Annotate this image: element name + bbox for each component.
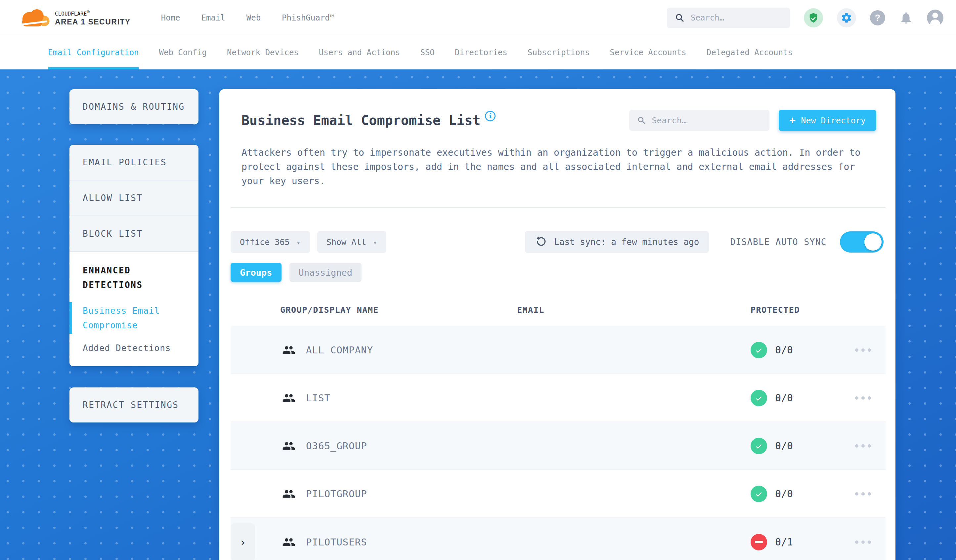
- groups-tab[interactable]: Groups: [231, 263, 281, 282]
- protected-check-badge: [751, 342, 767, 358]
- column-header-protected: PROTECTED: [751, 305, 851, 315]
- security-status-button[interactable]: [804, 8, 823, 27]
- section-divider: [231, 207, 885, 208]
- protected-check-badge: [751, 390, 767, 406]
- page-title: Business Email Compromise List: [242, 113, 480, 128]
- tab-service-accounts[interactable]: Service Accounts: [610, 36, 686, 69]
- tab-delegated-accounts[interactable]: Delegated Accounts: [707, 36, 792, 69]
- row-menu-button[interactable]: [852, 440, 874, 452]
- row-menu-button[interactable]: [852, 344, 874, 356]
- unassigned-tab[interactable]: Unassigned: [289, 263, 362, 282]
- top-nav-phishguard[interactable]: PhishGuard™: [282, 13, 335, 22]
- groups-table: GROUP/DISPLAY NAME EMAIL PROTECTED ALL C…: [231, 294, 885, 560]
- top-nav-web[interactable]: Web: [247, 13, 261, 22]
- top-nav-home[interactable]: Home: [161, 13, 180, 22]
- protected-check-badge: [751, 486, 767, 502]
- table-row: PILOTUSERS 0/1: [231, 518, 885, 560]
- protected-check-badge: [751, 438, 767, 454]
- content-area: DOMAINS & ROUTING EMAIL POLICIES ALLOW L…: [0, 69, 956, 560]
- chevron-down-icon: [373, 237, 377, 247]
- plus-icon: +: [789, 115, 796, 125]
- help-button[interactable]: [870, 10, 885, 25]
- settings-sidebar: DOMAINS & ROUTING EMAIL POLICIES ALLOW L…: [69, 89, 198, 560]
- sidebar-item-added-detections[interactable]: Added Detections: [83, 343, 185, 353]
- row-menu-button[interactable]: [852, 488, 874, 500]
- group-people-icon: [282, 535, 296, 549]
- global-search-input[interactable]: [691, 13, 782, 22]
- directory-search-input[interactable]: [652, 116, 762, 125]
- registered-mark: ®: [86, 9, 89, 14]
- protected-count: 0/0: [775, 488, 793, 499]
- brand-name: CLOUDFLARE®: [55, 9, 131, 17]
- brand-subtitle: AREA 1 SECURITY: [55, 18, 131, 26]
- app-window: CLOUDFLARE® AREA 1 SECURITY Home Email W…: [0, 0, 956, 560]
- tab-subscriptions[interactable]: Subscriptions: [528, 36, 590, 69]
- group-people-icon: [282, 439, 296, 453]
- tab-sso[interactable]: SSO: [420, 36, 434, 69]
- column-header-email: EMAIL: [517, 305, 751, 315]
- shield-check-icon: [808, 12, 819, 24]
- info-icon[interactable]: [485, 111, 495, 121]
- help-icon: [870, 10, 885, 25]
- group-people-icon: [282, 391, 296, 405]
- sidebar-item-retract-settings[interactable]: RETRACT SETTINGS: [69, 387, 198, 422]
- table-header-row: GROUP/DISPLAY NAME EMAIL PROTECTED: [231, 294, 885, 326]
- table-row: LIST 0/0: [231, 373, 885, 422]
- new-directory-button[interactable]: + New Directory: [779, 110, 876, 131]
- sidebar-item-enhanced-detections[interactable]: ENHANCED DETECTIONS: [83, 263, 185, 292]
- protected-count: 0/0: [775, 344, 793, 356]
- directory-type-select[interactable]: Office 365: [231, 231, 310, 253]
- sidebar-item-business-email-compromise[interactable]: Business Email Compromise: [83, 303, 185, 333]
- expand-row-button[interactable]: [231, 523, 255, 560]
- notifications-button[interactable]: [899, 11, 913, 25]
- search-icon: [637, 115, 646, 125]
- sidebar-item-email-policies[interactable]: EMAIL POLICIES: [69, 145, 198, 180]
- directory-search[interactable]: [629, 110, 769, 131]
- page-description: Attackers often try to impersonate execu…: [242, 146, 865, 188]
- protected-count: 0/0: [775, 440, 793, 452]
- group-name: ALL COMPANY: [306, 345, 373, 356]
- table-row: ALL COMPANY 0/0: [231, 326, 885, 373]
- auto-sync-toggle[interactable]: [840, 231, 884, 253]
- global-search[interactable]: [667, 8, 790, 28]
- sync-refresh-icon: [535, 236, 547, 248]
- table-row: PILOTGROUP 0/0: [231, 469, 885, 518]
- show-filter-select[interactable]: Show All: [317, 231, 387, 253]
- tab-email-configuration[interactable]: Email Configuration: [48, 36, 139, 69]
- protected-count: 0/1: [775, 536, 793, 548]
- group-people-icon: [282, 487, 296, 500]
- group-name: PILOTGROUP: [306, 488, 367, 499]
- table-row: O365_GROUP 0/0: [231, 422, 885, 469]
- row-menu-button[interactable]: [852, 392, 874, 404]
- protected-blocked-badge: [751, 534, 767, 551]
- config-subnav: Email Configuration Web Config Network D…: [0, 36, 956, 69]
- top-header: CLOUDFLARE® AREA 1 SECURITY Home Email W…: [0, 0, 956, 36]
- tab-directories[interactable]: Directories: [455, 36, 508, 69]
- column-header-name: GROUP/DISPLAY NAME: [280, 305, 517, 315]
- protected-count: 0/0: [775, 392, 793, 404]
- group-name: LIST: [306, 392, 330, 404]
- disable-auto-sync-label: DISABLE AUTO SYNC: [730, 237, 827, 247]
- tab-web-config[interactable]: Web Config: [159, 36, 207, 69]
- row-menu-button[interactable]: [852, 536, 874, 548]
- tab-users-and-actions[interactable]: Users and Actions: [319, 36, 400, 69]
- account-button[interactable]: [927, 9, 943, 26]
- last-sync-button[interactable]: Last sync: a few minutes ago: [525, 231, 709, 253]
- sidebar-item-domains-routing[interactable]: DOMAINS & ROUTING: [69, 89, 198, 124]
- group-name: PILOTUSERS: [306, 536, 367, 548]
- sidebar-item-allow-list[interactable]: ALLOW LIST: [69, 180, 198, 216]
- top-nav: Home Email Web PhishGuard™: [161, 13, 335, 22]
- settings-gear-icon: [841, 12, 852, 24]
- group-people-icon: [282, 344, 296, 357]
- sidebar-item-block-list[interactable]: BLOCK LIST: [69, 216, 198, 252]
- search-icon: [675, 13, 685, 23]
- brand[interactable]: CLOUDFLARE® AREA 1 SECURITY: [17, 6, 131, 29]
- tab-network-devices[interactable]: Network Devices: [227, 36, 299, 69]
- account-avatar-icon: [927, 9, 943, 26]
- group-name: O365_GROUP: [306, 440, 367, 452]
- sidebar-policies-card: EMAIL POLICIES ALLOW LIST BLOCK LIST ENH…: [69, 145, 198, 366]
- cloudflare-cloud-icon: [17, 6, 52, 29]
- chevron-down-icon: [296, 237, 301, 247]
- top-nav-email[interactable]: Email: [201, 13, 225, 22]
- settings-button[interactable]: [837, 8, 856, 27]
